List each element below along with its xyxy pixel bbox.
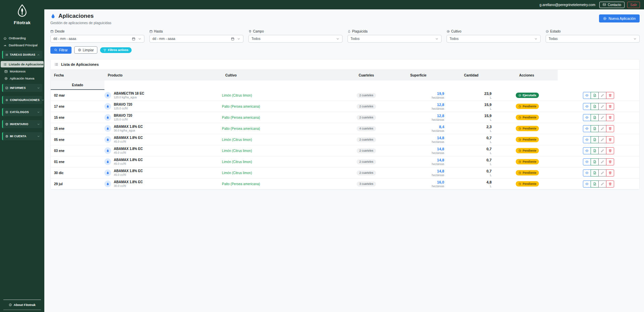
hasta-date-input[interactable]: dd - mm - aaaa xyxy=(149,35,243,43)
row-actions xyxy=(558,92,639,99)
estado-select[interactable]: Todas xyxy=(546,35,640,43)
sidebar-section-mi-cuenta[interactable]: MI CUENTA xyxy=(2,132,42,140)
column-header-cantidad: Cantidad xyxy=(447,70,496,81)
cultivo-select[interactable]: Todos xyxy=(447,35,541,43)
report-button[interactable] xyxy=(591,114,599,121)
area-unit: hectáreas xyxy=(390,107,444,110)
list-icon xyxy=(5,53,8,56)
product-drop-icon xyxy=(104,103,111,110)
filter-button[interactable]: Filtrar xyxy=(50,47,72,54)
plaguicida-select[interactable]: Todos xyxy=(348,35,442,43)
pencil-icon xyxy=(601,127,604,131)
edit-button[interactable] xyxy=(598,114,606,121)
delete-button[interactable] xyxy=(606,147,614,154)
edit-button[interactable] xyxy=(598,158,606,165)
view-button[interactable] xyxy=(583,180,591,188)
sidebar-item-listado-de-aplicaciones[interactable]: Listado de Aplicaciones xyxy=(1,61,44,67)
new-application-button[interactable]: Nueva Aplicación xyxy=(599,14,640,22)
edit-button[interactable] xyxy=(598,136,606,143)
view-button[interactable] xyxy=(583,125,591,132)
chevron-down-icon xyxy=(633,37,637,41)
sidebar-item-label: Dashboard Principal xyxy=(9,43,38,47)
pencil-icon xyxy=(601,160,604,164)
delete-button[interactable] xyxy=(606,125,614,132)
edit-button[interactable] xyxy=(598,169,606,176)
delete-button[interactable] xyxy=(606,169,614,176)
logout-button[interactable]: Salir xyxy=(627,2,640,8)
row-date: 02 mar xyxy=(51,94,104,97)
view-button[interactable] xyxy=(583,103,591,110)
edit-button[interactable] xyxy=(598,92,606,99)
trash-icon xyxy=(608,116,612,119)
campo-select[interactable]: Todos xyxy=(248,35,342,43)
report-button[interactable] xyxy=(591,103,599,110)
edit-button[interactable] xyxy=(598,180,606,188)
sidebar-section-informes[interactable]: INFORMES xyxy=(2,84,42,92)
product-name: ABAMAX 1.8% EC xyxy=(114,136,143,140)
sidebar-section-inventario[interactable]: INVENTARIO xyxy=(2,120,42,128)
delete-button[interactable] xyxy=(606,158,614,165)
report-button[interactable] xyxy=(591,92,599,99)
sidebar-section-configuraciones[interactable]: CONFIGURACIONES xyxy=(2,96,42,104)
sidebar-item-onboarding[interactable]: OnBoarding xyxy=(0,35,44,42)
brand: Fitotrak xyxy=(0,0,44,27)
sidebar-item-dashboard-principal[interactable]: Dashboard Principal xyxy=(0,42,44,49)
report-button[interactable] xyxy=(591,169,599,176)
trash-icon xyxy=(608,160,612,164)
delete-button[interactable] xyxy=(606,136,614,143)
file-icon xyxy=(593,116,597,119)
delete-button[interactable] xyxy=(606,103,614,110)
filter-plaguicida: Plaguicida Todos xyxy=(348,30,442,43)
view-button[interactable] xyxy=(583,147,591,154)
active-filters-badge: Filtros activos xyxy=(100,47,132,53)
product-drop-icon xyxy=(104,158,111,165)
table-row: 03 ene ABAMAX 1.8% EC 45.0 cc/hl Limón (… xyxy=(51,145,639,156)
quarters-pill: 2 cuarteles xyxy=(357,170,376,175)
sidebar-section-label: INVENTARIO xyxy=(10,122,29,126)
status-badge: Pendiente xyxy=(516,159,539,164)
status-icon xyxy=(518,149,521,152)
view-button[interactable] xyxy=(583,114,591,121)
sidebar-nav: OnBoarding Dashboard Principal TAREAS DI… xyxy=(0,35,44,142)
delete-button[interactable] xyxy=(606,92,614,99)
funnel-icon xyxy=(103,49,106,52)
product-drop-icon xyxy=(104,92,111,99)
filter-hasta: Hasta dd - mm - aaaa xyxy=(149,30,243,43)
edit-button[interactable] xyxy=(598,103,606,110)
sidebar-section-tareas-diarias[interactable]: TAREAS DIARIAS xyxy=(2,51,42,59)
edit-button[interactable] xyxy=(598,147,606,154)
clear-button[interactable]: Limpiar xyxy=(74,46,98,54)
delete-button[interactable] xyxy=(606,180,614,188)
quantity-unit: L xyxy=(447,173,492,177)
report-button[interactable] xyxy=(591,180,599,188)
chevron-down-icon xyxy=(37,123,40,126)
desde-date-input[interactable]: dd - mm - aaaa xyxy=(50,35,144,43)
row-actions xyxy=(558,125,639,132)
about-fitotrak-link[interactable]: About Fitotrak xyxy=(3,300,41,310)
column-header-cuarteles: Cuarteles xyxy=(343,70,390,81)
delete-button[interactable] xyxy=(606,114,614,121)
report-button[interactable] xyxy=(591,147,599,154)
sidebar-section-catalogos[interactable]: CATÁLOGOS xyxy=(2,108,42,116)
product-dose: 30.0 kg/ha_agua xyxy=(114,129,143,132)
eye-icon xyxy=(585,105,589,108)
chevron-down-icon xyxy=(37,87,40,90)
report-button[interactable] xyxy=(591,136,599,143)
row-status: Pendiente xyxy=(496,115,558,120)
product-name: BRAVO 720 xyxy=(114,103,132,106)
row-actions xyxy=(558,169,639,176)
sidebar-item-aplicacion-nueva[interactable]: Aplicación Nueva xyxy=(0,75,44,82)
view-button[interactable] xyxy=(583,158,591,165)
area-unit: hectáreas xyxy=(390,173,444,177)
contact-button[interactable]: Contacto xyxy=(599,2,625,8)
report-button[interactable] xyxy=(591,125,599,132)
sidebar-item-monitoreos[interactable]: Monitoreos xyxy=(0,68,44,75)
view-button[interactable] xyxy=(583,92,591,99)
table-row: 02 mar ABAMECTIN 18 EC 120.0 kg/ha_agua … xyxy=(51,90,639,101)
report-button[interactable] xyxy=(591,158,599,165)
view-button[interactable] xyxy=(583,169,591,176)
edit-button[interactable] xyxy=(598,125,606,132)
view-button[interactable] xyxy=(583,136,591,143)
sidebar-section-label: MI CUENTA xyxy=(10,135,27,138)
chevron-down-icon xyxy=(435,37,439,41)
